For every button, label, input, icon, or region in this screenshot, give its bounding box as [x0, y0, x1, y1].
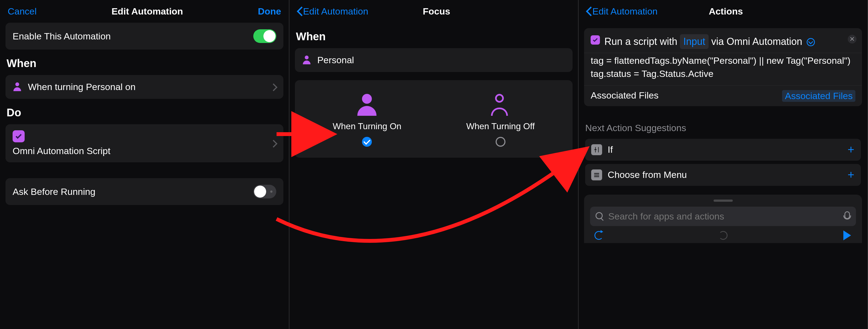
- menu-icon: [591, 169, 602, 180]
- do-row[interactable]: Omni Automation Script: [5, 124, 283, 162]
- sheet-grabber[interactable]: [714, 200, 733, 202]
- action-text: Run a script with: [604, 36, 677, 47]
- action-text: via Omni Automation: [711, 36, 802, 47]
- focus-options: When Turning On When Turning Off: [295, 80, 573, 158]
- enable-automation-row[interactable]: Enable This Automation: [5, 23, 283, 50]
- focus-name-label: Personal: [317, 55, 354, 65]
- nav-title: Actions: [709, 6, 743, 17]
- suggestion-choose-menu[interactable]: Choose from Menu +: [585, 164, 861, 186]
- when-turning-on-option[interactable]: When Turning On: [333, 94, 401, 147]
- when-row-label: When turning Personal on: [28, 81, 135, 92]
- person-outline-icon: [490, 94, 512, 116]
- action-card: ✕ Run a script with Input via Omni Autom…: [584, 28, 862, 106]
- run-button[interactable]: [842, 230, 852, 240]
- mic-icon[interactable]: [843, 211, 850, 221]
- bottom-toolbar: [584, 226, 862, 243]
- svg-rect-1: [594, 175, 599, 175]
- associated-files-row[interactable]: Associated Files Associated Files: [584, 86, 862, 106]
- suggestion-if[interactable]: If +: [585, 139, 861, 161]
- redo-button: [718, 230, 728, 240]
- omni-app-icon: [591, 35, 600, 44]
- svg-rect-2: [594, 176, 599, 177]
- search-icon: [595, 212, 604, 220]
- panel-actions: Edit Automation Actions ✕ Run a script w…: [579, 0, 868, 329]
- enable-automation-toggle[interactable]: [253, 29, 276, 43]
- chevron-left-icon: [586, 7, 591, 15]
- cancel-button[interactable]: Cancel: [8, 6, 37, 17]
- done-button[interactable]: Done: [258, 6, 281, 17]
- svg-rect-0: [594, 173, 599, 174]
- chevron-right-icon: [272, 84, 276, 91]
- nav-title: Edit Automation: [112, 6, 183, 17]
- option-label: When Turning Off: [466, 121, 535, 131]
- navbar: Edit Automation Actions: [579, 0, 867, 23]
- panel-edit-automation: Cancel Edit Automation Done Enable This …: [0, 0, 289, 329]
- back-button[interactable]: Edit Automation: [586, 6, 657, 17]
- branch-icon: [591, 144, 602, 155]
- undo-button[interactable]: [594, 230, 604, 240]
- navbar: Cancel Edit Automation Done: [0, 0, 289, 23]
- enable-automation-label: Enable This Automation: [12, 31, 111, 42]
- script-field[interactable]: tag = flattenedTags.byName("Personal") |…: [584, 53, 862, 85]
- nav-title: Focus: [423, 6, 450, 17]
- input-token[interactable]: Input: [680, 34, 708, 49]
- ask-before-running-toggle[interactable]: [253, 185, 276, 198]
- do-row-label: Omni Automation Script: [12, 145, 110, 156]
- search-sheet: [584, 195, 862, 243]
- navbar: Edit Automation Focus: [289, 0, 578, 23]
- suggestion-label: If: [608, 144, 613, 155]
- option-label: When Turning On: [333, 121, 401, 131]
- when-section-title: When: [7, 57, 282, 69]
- do-section-title: Do: [7, 106, 282, 119]
- associated-files-label: Associated Files: [591, 90, 658, 102]
- ask-before-running-row[interactable]: Ask Before Running: [5, 178, 283, 205]
- search-input-row[interactable]: [590, 207, 856, 226]
- omni-app-icon: [12, 130, 25, 142]
- chevron-right-icon: [272, 140, 276, 147]
- when-section-title: When: [296, 30, 572, 43]
- focus-row[interactable]: Personal: [295, 48, 573, 72]
- add-suggestion-button[interactable]: +: [847, 143, 854, 156]
- add-suggestion-button[interactable]: +: [847, 168, 854, 182]
- back-button[interactable]: Edit Automation: [297, 6, 368, 17]
- suggestion-label: Choose from Menu: [608, 169, 687, 180]
- ask-before-running-label: Ask Before Running: [12, 187, 95, 197]
- person-icon: [12, 83, 22, 92]
- action-header[interactable]: Run a script with Input via Omni Automat…: [584, 28, 862, 53]
- suggestions-title: Next Action Suggestions: [585, 123, 861, 133]
- chevron-left-icon: [297, 7, 302, 15]
- when-row[interactable]: When turning Personal on: [5, 75, 283, 99]
- when-turning-off-option[interactable]: When Turning Off: [466, 94, 535, 147]
- search-input[interactable]: [608, 211, 839, 222]
- panel-focus: Edit Automation Focus When Personal When…: [289, 0, 579, 329]
- radio-checked-icon: [362, 137, 372, 147]
- remove-action-button[interactable]: ✕: [848, 35, 857, 43]
- expand-action-button[interactable]: [807, 38, 815, 46]
- radio-unchecked-icon: [496, 137, 505, 147]
- person-filled-icon: [356, 94, 378, 116]
- associated-files-link[interactable]: Associated Files: [782, 90, 856, 102]
- person-icon: [302, 56, 311, 65]
